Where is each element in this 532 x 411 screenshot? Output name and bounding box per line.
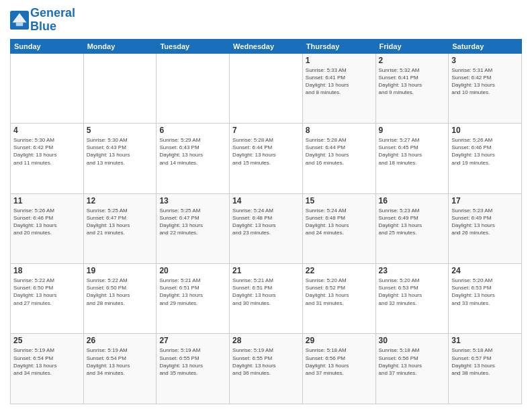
day-number: 27 <box>159 336 226 345</box>
day-cell: 11Sunrise: 5:26 AM Sunset: 6:46 PM Dayli… <box>11 193 84 263</box>
day-info: Sunrise: 5:23 AM Sunset: 6:49 PM Dayligh… <box>451 207 519 237</box>
week-row-3: 11Sunrise: 5:26 AM Sunset: 6:46 PM Dayli… <box>11 193 522 263</box>
day-number: 18 <box>13 266 81 275</box>
day-info: Sunrise: 5:30 AM Sunset: 6:42 PM Dayligh… <box>13 136 81 167</box>
day-number: 1 <box>306 56 373 65</box>
day-info: Sunrise: 5:22 AM Sunset: 6:50 PM Dayligh… <box>13 277 81 307</box>
day-info: Sunrise: 5:24 AM Sunset: 6:48 PM Dayligh… <box>232 207 300 237</box>
day-number: 14 <box>232 196 300 205</box>
logo-text: General Blue <box>30 7 75 34</box>
day-cell: 31Sunrise: 5:18 AM Sunset: 6:57 PM Dayli… <box>449 334 522 404</box>
day-number: 30 <box>379 336 446 345</box>
day-cell: 20Sunrise: 5:21 AM Sunset: 6:51 PM Dayli… <box>157 264 230 334</box>
day-number: 12 <box>87 196 154 205</box>
day-info: Sunrise: 5:19 AM Sunset: 6:54 PM Dayligh… <box>13 347 81 377</box>
calendar-table: SundayMondayTuesdayWednesdayThursdayFrid… <box>10 39 522 404</box>
logo-general: General <box>30 6 75 19</box>
page: General Blue SundayMondayTuesdayWednesda… <box>0 0 532 411</box>
day-number: 4 <box>13 126 81 135</box>
day-cell: 25Sunrise: 5:19 AM Sunset: 6:54 PM Dayli… <box>11 334 84 404</box>
day-number: 16 <box>379 196 446 205</box>
day-number: 6 <box>159 126 226 135</box>
day-cell: 3Sunrise: 5:31 AM Sunset: 6:42 PM Daylig… <box>449 53 522 123</box>
day-info: Sunrise: 5:19 AM Sunset: 6:55 PM Dayligh… <box>232 347 300 377</box>
day-cell <box>83 53 157 123</box>
day-cell <box>157 53 230 123</box>
day-number: 20 <box>159 266 226 275</box>
day-info: Sunrise: 5:21 AM Sunset: 6:51 PM Dayligh… <box>232 277 300 307</box>
weekday-header-tuesday: Tuesday <box>157 39 230 53</box>
day-number: 19 <box>87 266 154 275</box>
day-cell: 27Sunrise: 5:19 AM Sunset: 6:55 PM Dayli… <box>157 334 230 404</box>
day-cell: 30Sunrise: 5:18 AM Sunset: 6:56 PM Dayli… <box>375 334 449 404</box>
weekday-header-wednesday: Wednesday <box>230 39 303 53</box>
day-number: 8 <box>306 126 373 135</box>
day-info: Sunrise: 5:32 AM Sunset: 6:41 PM Dayligh… <box>379 66 446 97</box>
day-info: Sunrise: 5:29 AM Sunset: 6:43 PM Dayligh… <box>159 136 226 167</box>
day-number: 5 <box>87 126 154 135</box>
weekday-header-monday: Monday <box>83 39 157 53</box>
weekday-header-thursday: Thursday <box>302 39 375 53</box>
day-info: Sunrise: 5:28 AM Sunset: 6:44 PM Dayligh… <box>306 136 373 167</box>
day-cell: 14Sunrise: 5:24 AM Sunset: 6:48 PM Dayli… <box>230 193 303 263</box>
logo-icon <box>10 11 29 30</box>
day-number: 23 <box>379 266 446 275</box>
day-info: Sunrise: 5:30 AM Sunset: 6:43 PM Dayligh… <box>87 136 154 167</box>
day-info: Sunrise: 5:26 AM Sunset: 6:46 PM Dayligh… <box>13 207 81 237</box>
day-number: 10 <box>451 126 519 135</box>
svg-rect-2 <box>16 22 24 26</box>
day-info: Sunrise: 5:19 AM Sunset: 6:55 PM Dayligh… <box>159 347 226 377</box>
week-row-2: 4Sunrise: 5:30 AM Sunset: 6:42 PM Daylig… <box>11 124 522 193</box>
day-number: 17 <box>451 196 519 205</box>
day-info: Sunrise: 5:25 AM Sunset: 6:47 PM Dayligh… <box>159 207 226 237</box>
day-cell: 21Sunrise: 5:21 AM Sunset: 6:51 PM Dayli… <box>230 264 303 334</box>
week-row-4: 18Sunrise: 5:22 AM Sunset: 6:50 PM Dayli… <box>11 264 522 334</box>
day-number: 25 <box>13 336 81 345</box>
day-info: Sunrise: 5:33 AM Sunset: 6:41 PM Dayligh… <box>306 66 373 97</box>
day-cell: 18Sunrise: 5:22 AM Sunset: 6:50 PM Dayli… <box>11 264 84 334</box>
day-info: Sunrise: 5:20 AM Sunset: 6:53 PM Dayligh… <box>451 277 519 307</box>
day-cell <box>11 53 84 123</box>
weekday-header-friday: Friday <box>375 39 449 53</box>
day-info: Sunrise: 5:20 AM Sunset: 6:52 PM Dayligh… <box>306 277 373 307</box>
day-cell: 26Sunrise: 5:19 AM Sunset: 6:54 PM Dayli… <box>83 334 157 404</box>
day-cell: 6Sunrise: 5:29 AM Sunset: 6:43 PM Daylig… <box>157 124 230 193</box>
day-info: Sunrise: 5:24 AM Sunset: 6:48 PM Dayligh… <box>306 207 373 237</box>
logo: General Blue <box>10 7 75 34</box>
day-number: 29 <box>306 336 373 345</box>
day-info: Sunrise: 5:20 AM Sunset: 6:53 PM Dayligh… <box>379 277 446 307</box>
weekday-header-saturday: Saturday <box>449 39 522 53</box>
logo-blue: Blue <box>30 19 56 33</box>
day-number: 24 <box>451 266 519 275</box>
day-cell: 13Sunrise: 5:25 AM Sunset: 6:47 PM Dayli… <box>157 193 230 263</box>
day-info: Sunrise: 5:27 AM Sunset: 6:45 PM Dayligh… <box>379 136 446 167</box>
week-row-5: 25Sunrise: 5:19 AM Sunset: 6:54 PM Dayli… <box>11 334 522 404</box>
day-info: Sunrise: 5:18 AM Sunset: 6:56 PM Dayligh… <box>306 347 373 377</box>
week-row-1: 1Sunrise: 5:33 AM Sunset: 6:41 PM Daylig… <box>11 53 522 123</box>
day-cell: 15Sunrise: 5:24 AM Sunset: 6:48 PM Dayli… <box>302 193 375 263</box>
day-cell: 2Sunrise: 5:32 AM Sunset: 6:41 PM Daylig… <box>375 53 449 123</box>
day-cell: 9Sunrise: 5:27 AM Sunset: 6:45 PM Daylig… <box>375 124 449 193</box>
day-number: 9 <box>379 126 446 135</box>
day-number: 26 <box>87 336 154 345</box>
day-cell: 22Sunrise: 5:20 AM Sunset: 6:52 PM Dayli… <box>302 264 375 334</box>
day-info: Sunrise: 5:21 AM Sunset: 6:51 PM Dayligh… <box>159 277 226 307</box>
day-cell: 23Sunrise: 5:20 AM Sunset: 6:53 PM Dayli… <box>375 264 449 334</box>
header: General Blue <box>10 7 522 34</box>
day-number: 28 <box>232 336 300 345</box>
day-number: 15 <box>306 196 373 205</box>
day-cell: 19Sunrise: 5:22 AM Sunset: 6:50 PM Dayli… <box>83 264 157 334</box>
day-number: 31 <box>451 336 519 345</box>
weekday-header-row: SundayMondayTuesdayWednesdayThursdayFrid… <box>11 39 522 53</box>
day-cell: 1Sunrise: 5:33 AM Sunset: 6:41 PM Daylig… <box>302 53 375 123</box>
day-cell: 24Sunrise: 5:20 AM Sunset: 6:53 PM Dayli… <box>449 264 522 334</box>
day-cell: 29Sunrise: 5:18 AM Sunset: 6:56 PM Dayli… <box>302 334 375 404</box>
day-number: 2 <box>379 56 446 65</box>
day-info: Sunrise: 5:25 AM Sunset: 6:47 PM Dayligh… <box>87 207 154 237</box>
day-info: Sunrise: 5:22 AM Sunset: 6:50 PM Dayligh… <box>87 277 154 307</box>
day-info: Sunrise: 5:18 AM Sunset: 6:57 PM Dayligh… <box>451 347 519 377</box>
day-info: Sunrise: 5:18 AM Sunset: 6:56 PM Dayligh… <box>379 347 446 377</box>
day-info: Sunrise: 5:19 AM Sunset: 6:54 PM Dayligh… <box>87 347 154 377</box>
day-cell: 8Sunrise: 5:28 AM Sunset: 6:44 PM Daylig… <box>302 124 375 193</box>
day-cell <box>230 53 303 123</box>
